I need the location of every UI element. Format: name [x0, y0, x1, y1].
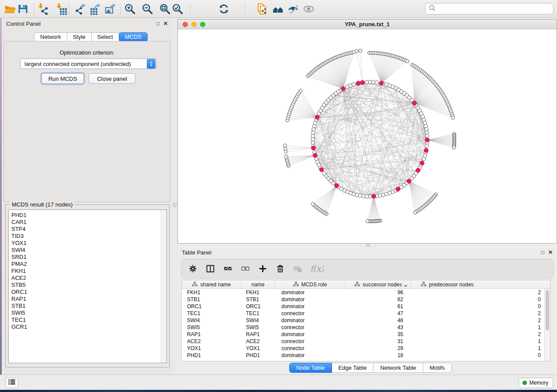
- gear-icon[interactable]: [188, 264, 197, 273]
- mcds-hub-node[interactable]: [341, 87, 346, 91]
- mcds-hub-node[interactable]: [335, 184, 339, 188]
- zoom-fit-icon[interactable]: [159, 3, 171, 15]
- table-row[interactable]: TEC1TEC1connector472: [182, 310, 550, 317]
- memory-button[interactable]: Memory: [519, 378, 553, 388]
- mcds-result-item[interactable]: STB1: [9, 303, 166, 309]
- close-window-icon[interactable]: [183, 22, 188, 27]
- save-session-icon[interactable]: [17, 3, 29, 15]
- network-leaf-node[interactable]: [311, 203, 315, 206]
- mcds-result-item[interactable]: TEC1: [9, 316, 166, 323]
- network-node[interactable]: [375, 81, 378, 84]
- first-neighbors-icon[interactable]: [272, 3, 284, 15]
- mcds-result-item[interactable]: GCR1: [9, 323, 166, 330]
- export-image-icon[interactable]: [104, 3, 116, 15]
- mcds-result-item[interactable]: RAP1: [9, 296, 166, 303]
- network-graph-canvas[interactable]: [178, 29, 557, 243]
- network-node[interactable]: [312, 127, 315, 131]
- column-header-predecessor-nodes[interactable]: predecessor nodes: [411, 280, 547, 289]
- refresh-view-icon[interactable]: [218, 3, 230, 15]
- tab-style[interactable]: Style: [67, 32, 92, 42]
- tab-network-table[interactable]: Network Table: [374, 363, 423, 373]
- network-leaf-node[interactable]: [452, 146, 456, 149]
- minimize-window-icon[interactable]: [191, 22, 197, 27]
- mcds-result-item[interactable]: YOX1: [9, 240, 166, 247]
- mcds-result-item[interactable]: TID3: [9, 233, 166, 240]
- mcds-result-item[interactable]: ORC1: [9, 289, 166, 296]
- import-network-icon[interactable]: [37, 3, 49, 15]
- column-header-MCDS-role[interactable]: MCDS role: [275, 280, 346, 289]
- mcds-hub-node[interactable]: [412, 101, 417, 106]
- delete-row-icon[interactable]: [276, 264, 285, 273]
- mcds-hub-node[interactable]: [420, 161, 424, 165]
- criterion-dropdown[interactable]: largest connected component (undirected)…: [20, 58, 156, 69]
- table-row[interactable]: STB1STB1dominator620: [182, 296, 550, 303]
- run-mcds-button[interactable]: Run MCDS: [42, 73, 84, 84]
- network-node[interactable]: [371, 80, 375, 84]
- close-panel-button[interactable]: Close panel: [89, 73, 135, 84]
- table-row[interactable]: PHD1PHD1dominator180: [182, 352, 550, 359]
- network-node[interactable]: [426, 134, 429, 138]
- mcds-hub-node[interactable]: [379, 81, 384, 86]
- tab-network[interactable]: Network: [34, 32, 67, 42]
- new-network-from-selection-icon[interactable]: [256, 3, 268, 15]
- network-node[interactable]: [365, 80, 368, 84]
- export-table-icon[interactable]: [89, 3, 101, 15]
- network-leaf-node[interactable]: [366, 220, 369, 223]
- search-box[interactable]: [425, 3, 554, 14]
- mcds-hub-node[interactable]: [313, 153, 318, 158]
- table-row[interactable]: YOX1YOX1connector291: [182, 345, 550, 352]
- mcds-hub-node[interactable]: [319, 168, 324, 172]
- add-row-icon[interactable]: [258, 264, 267, 273]
- table-row[interactable]: ACE2ACE2connector311: [182, 338, 550, 345]
- deselect-all-icon[interactable]: [241, 264, 250, 273]
- network-leaf-node[interactable]: [359, 49, 362, 52]
- export-network-icon[interactable]: [74, 3, 86, 15]
- vertical-splitter[interactable]: [172, 18, 177, 375]
- hide-selected-icon[interactable]: [287, 3, 299, 15]
- search-input[interactable]: [436, 4, 553, 13]
- network-leaf-node[interactable]: [355, 50, 359, 53]
- mcds-hub-node[interactable]: [424, 148, 429, 153]
- mcds-hub-node[interactable]: [425, 138, 429, 142]
- zoom-in-icon[interactable]: [124, 3, 136, 15]
- network-node[interactable]: [425, 131, 429, 134]
- network-node[interactable]: [381, 193, 385, 196]
- mcds-hub-node[interactable]: [407, 179, 411, 183]
- maximize-window-icon[interactable]: [200, 22, 205, 27]
- scrollbar-thumb[interactable]: [546, 290, 549, 330]
- network-node[interactable]: [365, 195, 368, 198]
- task-history-button[interactable]: [5, 378, 18, 388]
- open-file-icon[interactable]: [3, 3, 16, 15]
- select-all-icon[interactable]: [223, 264, 232, 273]
- mcds-result-item[interactable]: CAR1: [9, 219, 166, 226]
- network-leaf-node[interactable]: [284, 150, 287, 154]
- tab-node-table[interactable]: Node Table: [289, 363, 332, 373]
- table-row[interactable]: SWI5SWI5connector431: [182, 324, 550, 331]
- mcds-hub-node[interactable]: [372, 194, 376, 199]
- mcds-hub-node[interactable]: [311, 146, 316, 150]
- mcds-result-item[interactable]: SRD1: [9, 254, 166, 261]
- mcds-result-item[interactable]: PMA2: [9, 261, 166, 268]
- table-row[interactable]: SWI4SWI4dominator462: [182, 317, 550, 324]
- mcds-list-scrollbar[interactable]: [161, 210, 166, 363]
- mcds-result-list[interactable]: PHD1CAR1STP4TID3YOX1SWI4SRD1PMA2FKH1ACE2…: [8, 210, 167, 363]
- mcds-result-item[interactable]: ACE2: [9, 275, 166, 282]
- mcds-result-item[interactable]: PHD1: [9, 212, 166, 219]
- float-window-icon[interactable]: □: [156, 21, 159, 26]
- network-leaf-node[interactable]: [405, 60, 409, 63]
- mcds-hub-node[interactable]: [396, 187, 400, 192]
- tab-edge-table[interactable]: Edge Table: [332, 363, 374, 373]
- network-node[interactable]: [358, 194, 362, 197]
- table-scrollbar[interactable]: [544, 289, 550, 361]
- column-layout-icon[interactable]: [206, 264, 215, 273]
- tab-select[interactable]: Select: [92, 32, 119, 42]
- close-panel-icon[interactable]: ✕: [163, 21, 168, 26]
- network-node[interactable]: [311, 134, 315, 138]
- network-node[interactable]: [322, 172, 326, 175]
- mcds-result-item[interactable]: SWI5: [9, 309, 166, 316]
- network-node[interactable]: [424, 124, 427, 128]
- network-node[interactable]: [400, 185, 403, 189]
- network-leaf-node[interactable]: [284, 155, 288, 158]
- network-node[interactable]: [422, 157, 426, 161]
- network-leaf-node[interactable]: [451, 116, 455, 120]
